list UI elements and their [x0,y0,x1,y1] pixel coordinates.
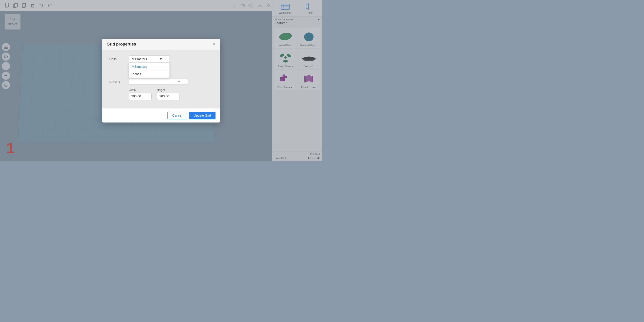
presets-row: Presets [110,79,213,84]
svg-marker-78 [160,58,162,60]
height-field-label: Height [157,88,180,92]
svg-marker-79 [178,81,180,83]
modal-close-button[interactable]: × [213,42,216,46]
presets-select-wrap [129,79,188,84]
units-option-mm[interactable]: Millimeters [129,63,170,70]
height-field: Height [157,88,180,100]
width-field: Width [129,88,152,100]
units-control-wrap: Millimeters Millimeters Inches [129,55,213,63]
update-grid-button[interactable]: Update Grid [189,112,215,119]
units-dropdown-container: Millimeters Millimeters Inches [129,55,170,63]
presets-label: Presets [110,79,125,84]
units-selected-value: Millimeters [132,57,147,61]
units-label: Units [110,55,125,61]
units-row: Units Millimeters Millimeters Inches [110,55,213,63]
wh-fields: Width Height [129,88,180,100]
modal-footer: Cancel Update Grid [102,108,220,122]
width-field-label: Width [129,88,152,92]
cancel-button[interactable]: Cancel [168,112,187,119]
modal-title: Grid properties [107,42,136,47]
units-dropdown-menu: Millimeters Inches [129,63,170,78]
presets-select-display[interactable] [129,79,188,84]
units-select-display[interactable]: Millimeters [129,55,170,63]
presets-control-wrap [129,79,213,84]
units-select-wrap: Millimeters Millimeters Inches [129,55,170,63]
wh-row: Width Height [110,88,213,100]
modal-overlay: Grid properties × Units Millimeters [0,0,322,161]
units-option-inches[interactable]: Inches [129,70,170,78]
grid-properties-modal: Grid properties × Units Millimeters [102,39,220,122]
height-input[interactable] [157,93,180,100]
presets-dropdown-arrow [178,81,180,83]
modal-body: Units Millimeters Millimeters Inches [102,50,220,108]
modal-header: Grid properties × [102,39,220,50]
units-dropdown-arrow [160,58,162,60]
width-input[interactable] [129,93,152,100]
